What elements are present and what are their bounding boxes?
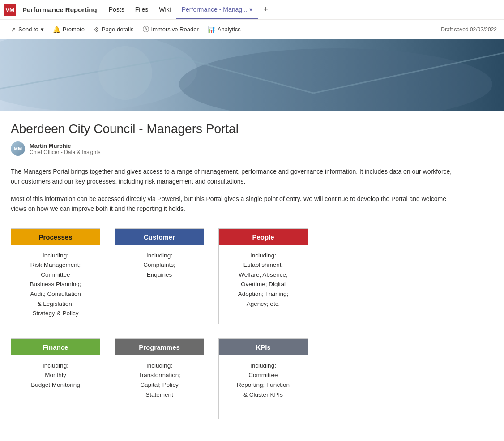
immersive-reader-button[interactable]: Ⓐ Immersive Reader: [139, 22, 202, 37]
avatar: MM: [11, 141, 25, 156]
card-finance[interactable]: Finance Including: Monthly Budget Monito…: [11, 338, 100, 419]
card-processes[interactable]: Processes Including: Risk Management; Co…: [11, 228, 100, 324]
nav-tab-files[interactable]: Files: [130, 0, 154, 19]
card-customer[interactable]: Customer Including: Complaints; Enquirie…: [115, 228, 204, 324]
author-role: Chief Officer - Data & Insights: [30, 149, 101, 155]
promote-icon: 🔔: [53, 26, 60, 33]
intro-paragraph-2: Most of this information can be accessed…: [11, 194, 458, 214]
page-content: Aberdeen City Council - Managers Portal …: [0, 111, 504, 441]
card-customer-body: Including: Complaints; Enquiries: [115, 245, 204, 285]
card-kpis[interactable]: KPIs Including: Committee Reporting; Fun…: [218, 338, 308, 419]
promote-button[interactable]: 🔔 Promote: [49, 22, 88, 37]
svg-point-6: [98, 46, 152, 100]
promote-label: Promote: [63, 26, 85, 33]
nav-tabs: Posts Files Wiki Performance - Manag... …: [103, 0, 258, 19]
card-programmes[interactable]: Programmes Including: Transformation; Ca…: [115, 338, 204, 419]
page-details-button[interactable]: ⚙ Page details: [90, 22, 137, 37]
analytics-button[interactable]: 📊 Analytics: [204, 22, 244, 37]
author-name: Martin Murchie: [30, 142, 101, 149]
top-bar: VM Performance Reporting Posts Files Wik…: [0, 0, 504, 20]
send-to-chevron-icon: ▾: [41, 26, 44, 33]
card-processes-body: Including: Risk Management; Committee Bu…: [11, 245, 100, 324]
card-finance-body: Including: Monthly Budget Monitoring: [11, 355, 100, 395]
cards-row-1: Processes Including: Risk Management; Co…: [11, 228, 493, 324]
send-to-button[interactable]: ↗ Send to ▾: [7, 22, 47, 37]
card-kpis-header: KPIs: [219, 339, 308, 355]
app-icon: VM: [4, 4, 16, 16]
card-people-header: People: [219, 229, 308, 245]
send-to-label: Send to: [18, 26, 38, 33]
cards-row-2: Finance Including: Monthly Budget Monito…: [11, 338, 493, 419]
immersive-reader-icon: Ⓐ: [143, 26, 149, 34]
analytics-icon: 📊: [208, 26, 215, 33]
card-finance-header: Finance: [11, 339, 100, 355]
card-programmes-header: Programmes: [115, 339, 204, 355]
cards-section: Processes Including: Risk Management; Co…: [11, 228, 493, 419]
hero-overlay: [0, 39, 504, 111]
gear-icon: ⚙: [94, 26, 99, 33]
card-people[interactable]: People Including: Establishment; Welfare…: [218, 228, 308, 324]
card-kpis-body: Including: Committee Reporting; Function…: [219, 355, 308, 405]
page-title: Aberdeen City Council - Managers Portal: [11, 122, 493, 136]
hero-svg: [0, 39, 504, 111]
site-title: Performance Reporting: [22, 6, 97, 13]
card-processes-header: Processes: [11, 229, 100, 245]
immersive-reader-label: Immersive Reader: [151, 26, 199, 33]
nav-tab-performance-label: Performance - Manag...: [182, 6, 248, 13]
card-customer-header: Customer: [115, 229, 204, 245]
draft-saved-status: Draft saved 02/02/2022: [441, 26, 497, 33]
hero-image: [0, 39, 504, 111]
card-people-body: Including: Establishment; Welfare; Absen…: [219, 245, 308, 314]
author-info: Martin Murchie Chief Officer - Data & In…: [30, 142, 101, 155]
nav-tab-wiki[interactable]: Wiki: [154, 0, 176, 19]
card-programmes-body: Including: Transformation; Capital; Poli…: [115, 355, 204, 405]
add-tab-button[interactable]: +: [260, 4, 272, 16]
author-row: MM Martin Murchie Chief Officer - Data &…: [11, 141, 493, 156]
page-details-label: Page details: [102, 26, 134, 33]
send-to-icon: ↗: [11, 26, 16, 33]
analytics-label: Analytics: [218, 26, 241, 33]
command-bar: ↗ Send to ▾ 🔔 Promote ⚙ Page details Ⓐ I…: [0, 20, 504, 39]
chevron-down-icon: ▾: [249, 6, 252, 13]
nav-tab-performance[interactable]: Performance - Manag... ▾: [176, 0, 258, 19]
nav-tab-posts[interactable]: Posts: [103, 0, 130, 19]
intro-paragraph-1: The Managers Portal brings together and …: [11, 167, 458, 187]
